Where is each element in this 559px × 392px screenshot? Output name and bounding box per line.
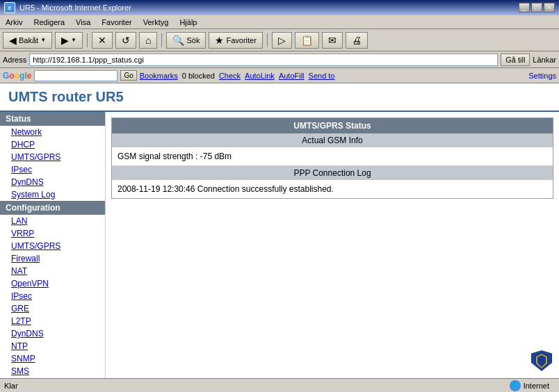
gsm-signal-cell: GSM signal strength : -75 dBm [112, 147, 553, 166]
toolbar: ◀ Bakåt ▼ ▶ ▼ ✕ ↺ ⌂ 🔍 Sök ★ Favoriter ▷ [0, 29, 559, 51]
main-content: Status Network DHCP UMTS/GPRS IPsec DynD… [0, 112, 559, 392]
settings-link[interactable]: Settings [528, 72, 556, 80]
menu-hjalp[interactable]: Hjälp [177, 17, 200, 27]
forward-icon: ▶ [61, 35, 69, 46]
google-bar: Google Go Bookmarks 0 blocked Check Auto… [0, 68, 559, 83]
security-shield [531, 350, 552, 371]
media-icon: ▷ [278, 35, 286, 46]
sidebar-item-ipsec-config[interactable]: IPsec [0, 290, 105, 302]
mail-icon: ✉ [328, 35, 337, 46]
forward-button[interactable]: ▶ ▼ [55, 32, 83, 49]
menu-visa[interactable]: Visa [73, 17, 93, 27]
sidebar-item-openvpn[interactable]: OpenVPN [0, 277, 105, 290]
sidebar-item-dyndns-status[interactable]: DynDNS [0, 176, 105, 188]
google-full-logo: Google [3, 71, 31, 81]
sidebar-item-snmp[interactable]: SNMP [0, 352, 105, 365]
go-button[interactable]: Gå till [501, 54, 530, 66]
menu-arkiv[interactable]: Arkiv [3, 17, 25, 27]
sidebar-item-gre[interactable]: GRE [0, 302, 105, 315]
refresh-icon: ↺ [122, 35, 130, 46]
separator-2 [161, 33, 162, 47]
links-label: Länkar [533, 56, 556, 64]
sidebar-item-sms[interactable]: SMS [0, 365, 105, 377]
sidebar-item-nat[interactable]: NAT [0, 265, 105, 277]
back-dropdown-icon: ▼ [40, 37, 46, 43]
content-inner: UMTS/GPRS Status Actual GSM Info GSM sig… [106, 112, 559, 204]
app-icon: e [4, 2, 15, 13]
content-area: UMTS/GPRS Status Actual GSM Info GSM sig… [106, 112, 559, 392]
ready-label: Klar [4, 382, 18, 390]
sidebar-section-config: Configuration [0, 201, 105, 215]
menu-bar: Arkiv Redigera Visa Favoriter Verktyg Hj… [0, 15, 559, 29]
zone-icon: 🌐 [510, 380, 521, 391]
window-title: UR5 - Microsoft Internet Explorer [19, 3, 131, 12]
sidebar-item-network[interactable]: Network [0, 126, 105, 138]
page-body: UMTS router UR5 Status Network DHCP UMTS… [0, 83, 559, 392]
stop-icon: ✕ [98, 35, 106, 46]
mail-button[interactable]: ✉ [322, 32, 343, 49]
sidebar-item-system-log[interactable]: System Log [0, 188, 105, 201]
zone-label: Internet [524, 382, 549, 390]
favorites-icon: ★ [215, 35, 224, 46]
sidebar-item-ntp[interactable]: NTP [0, 340, 105, 352]
stop-button[interactable]: ✕ [92, 32, 113, 49]
sidebar-item-dyndns-config[interactable]: DynDNS [0, 327, 105, 340]
separator-1 [87, 33, 88, 47]
status-bar: Klar 🌐 Internet [0, 378, 559, 392]
section1-header: Actual GSM Info [112, 133, 553, 147]
address-input[interactable] [29, 54, 498, 66]
close-button[interactable]: × [544, 3, 555, 13]
status-zone: 🌐 Internet [510, 380, 555, 391]
sendto-link[interactable]: Send to [309, 72, 335, 80]
home-button[interactable]: ⌂ [139, 32, 157, 49]
sidebar-item-dhcp[interactable]: DHCP [0, 138, 105, 151]
window-controls[interactable]: _ □ × [519, 3, 555, 13]
page-header: UMTS router UR5 [0, 83, 559, 112]
sidebar-item-lan[interactable]: LAN [0, 215, 105, 227]
shield-icon [531, 350, 553, 373]
title-bar: e UR5 - Microsoft Internet Explorer _ □ … [0, 0, 559, 15]
sidebar-item-vrrp[interactable]: VRRP [0, 227, 105, 240]
menu-verktyg[interactable]: Verktyg [140, 17, 172, 27]
sidebar-item-firewall[interactable]: Firewall [0, 252, 105, 265]
ppp-log-cell: 2008-11-19 12:30:46 Connection successfu… [112, 180, 553, 199]
section2-header: PPP Connection Log [112, 166, 553, 181]
sidebar-item-l2tp[interactable]: L2TP [0, 315, 105, 327]
print-button[interactable]: 🖨 [346, 32, 368, 49]
check-link[interactable]: Check [219, 72, 241, 80]
home-icon: ⌂ [145, 35, 151, 46]
history-icon: 📋 [301, 35, 313, 46]
search-icon: 🔍 [172, 35, 184, 46]
back-button[interactable]: ◀ Bakåt ▼ [3, 32, 52, 49]
back-icon: ◀ [9, 35, 17, 46]
autofill-link[interactable]: AutoFill [279, 72, 305, 80]
address-label: Adress [3, 56, 26, 64]
bookmarks-link[interactable]: Bookmarks [140, 72, 178, 80]
google-bar-items: Bookmarks 0 blocked Check AutoLink AutoF… [140, 72, 335, 80]
sidebar-section-status: Status [0, 112, 105, 126]
sidebar-item-umts-gprs-config[interactable]: UMTS/GPRS [0, 240, 105, 252]
favorites-button[interactable]: ★ Favoriter [209, 32, 262, 49]
sidebar: Status Network DHCP UMTS/GPRS IPsec DynD… [0, 112, 106, 392]
autolink-link[interactable]: AutoLink [245, 72, 275, 80]
sidebar-item-ipsec-status[interactable]: IPsec [0, 163, 105, 176]
address-bar: Adress Gå till Länkar [0, 51, 559, 68]
google-go-button[interactable]: Go [120, 70, 136, 81]
maximize-button[interactable]: □ [531, 3, 542, 13]
google-search-input[interactable] [34, 70, 118, 81]
forward-dropdown-icon: ▼ [71, 37, 76, 43]
blocked-label: 0 blocked [182, 72, 215, 80]
menu-redigera[interactable]: Redigera [31, 17, 67, 27]
print-icon: 🖨 [352, 35, 362, 46]
sidebar-item-umts-gprs-status[interactable]: UMTS/GPRS [0, 151, 105, 163]
separator-3 [267, 33, 268, 47]
search-button[interactable]: 🔍 Sök [166, 32, 206, 49]
refresh-button[interactable]: ↺ [115, 32, 136, 49]
history-button[interactable]: 📋 [295, 32, 319, 49]
status-table: UMTS/GPRS Status Actual GSM Info GSM sig… [111, 117, 553, 199]
menu-favoriter[interactable]: Favoriter [99, 17, 134, 27]
table-header: UMTS/GPRS Status [112, 118, 553, 134]
minimize-button[interactable]: _ [519, 3, 530, 13]
page-title: UMTS router UR5 [8, 89, 124, 104]
media-button[interactable]: ▷ [272, 32, 292, 49]
